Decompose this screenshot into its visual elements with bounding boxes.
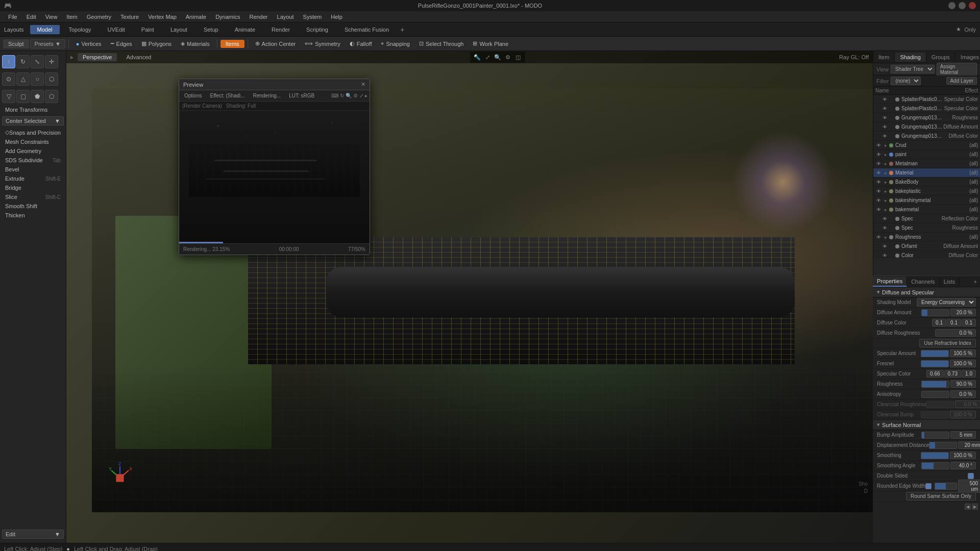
- shader-eye-16[interactable]: 👁: [881, 243, 888, 249]
- edit-dropdown[interactable]: Edit ▼: [2, 530, 64, 539]
- expand-left-btn[interactable]: ◀: [965, 504, 971, 510]
- mesh-constraints-button[interactable]: Mesh Constraints: [1, 137, 65, 146]
- tool-p7[interactable]: ⬟: [31, 90, 44, 103]
- layout-tab-animate[interactable]: Animate: [228, 25, 262, 34]
- menu-item[interactable]: Item: [62, 13, 81, 21]
- preview-icon-5[interactable]: ⤢: [359, 93, 363, 98]
- vp-icon-5[interactable]: ◫: [514, 53, 522, 61]
- rp-tab-groups[interactable]: Groups: [926, 53, 955, 62]
- prop-tab-lists[interactable]: Lists: [940, 277, 960, 286]
- viewport-content[interactable]: X Y Z Sho D Preview ✕ Opti: [66, 63, 873, 543]
- preview-options-btn[interactable]: Options: [181, 92, 205, 99]
- prop-specular-color-g[interactable]: 0.73: [944, 370, 961, 378]
- menu-view[interactable]: View: [41, 13, 62, 21]
- viewport[interactable]: ▸ Perspective Advanced 🔦 ⤢ 🔍 ⚙ ◫ Ray GL:…: [66, 51, 873, 543]
- layout-tab-scripting[interactable]: Scripting: [299, 25, 335, 34]
- menu-system[interactable]: System: [299, 13, 326, 21]
- vertices-button[interactable]: ● Vertices: [72, 40, 106, 48]
- menu-help[interactable]: Help: [327, 13, 347, 21]
- preview-icon-2[interactable]: ↻: [340, 93, 344, 98]
- rp-tab-item[interactable]: Item: [873, 53, 895, 62]
- prop-rounded-edge-value[interactable]: 500 um: [958, 480, 980, 493]
- falloff-button[interactable]: ◐ Falloff: [346, 39, 376, 48]
- prop-fresnel-slider[interactable]: [921, 360, 949, 367]
- shader-item-2[interactable]: 👁Grungemap0136_...Roughness: [873, 113, 980, 122]
- expand-right-btn[interactable]: ▶: [972, 504, 978, 510]
- shader-item-3[interactable]: 👁Grungemap0136_...Diffuse Amount: [873, 122, 980, 132]
- rp-tab-images[interactable]: Images: [955, 53, 980, 62]
- menu-vertex-map[interactable]: Vertex Map: [144, 13, 181, 21]
- shader-eye-17[interactable]: 👁: [881, 253, 888, 259]
- prop-bump-amp-slider[interactable]: [921, 432, 949, 439]
- shader-item-0[interactable]: 👁SplatterPlastic0001...Specular Color: [873, 95, 980, 104]
- prop-diffuse-roughness-value[interactable]: 0.0 %: [935, 329, 976, 337]
- prop-rounded-edge-enable[interactable]: [925, 483, 932, 489]
- maximize-button[interactable]: [959, 2, 966, 9]
- layout-tab-paint[interactable]: Paint: [134, 25, 161, 34]
- polygons-button[interactable]: ▦ Polygons: [137, 39, 176, 48]
- snapping-button[interactable]: ⌖ Snapping: [377, 39, 414, 48]
- shader-eye-1[interactable]: 👁: [881, 106, 888, 112]
- layout-tab-render[interactable]: Render: [264, 25, 297, 34]
- items-button[interactable]: Items: [220, 40, 244, 48]
- preview-icon-1[interactable]: ⌨: [331, 93, 338, 98]
- work-plane-button[interactable]: ⊞ Work Plane: [469, 39, 512, 48]
- menu-texture[interactable]: Texture: [116, 13, 143, 21]
- extrude-button[interactable]: Extrude Shift-E: [1, 174, 65, 183]
- layout-tab-topology[interactable]: Topology: [62, 25, 99, 34]
- presets-button[interactable]: Presets ▼: [30, 39, 65, 48]
- rp-tab-shading[interactable]: Shading: [895, 53, 926, 62]
- menu-animate[interactable]: Animate: [182, 13, 210, 21]
- shader-item-12[interactable]: 👁▸bakemetal(all): [873, 205, 980, 214]
- tool-p8[interactable]: ⬡: [45, 90, 58, 103]
- shader-item-16[interactable]: 👁OrfamtDiffuse Amount: [873, 242, 980, 251]
- prop-specular-color-r[interactable]: 0.66: [926, 370, 943, 378]
- prop-specular-color-b[interactable]: 1.0: [962, 370, 976, 378]
- shader-eye-12[interactable]: 👁: [875, 207, 881, 213]
- layout-tab-schematic[interactable]: Schematic Fusion: [337, 25, 396, 34]
- prop-roughness-value[interactable]: 90.0 %: [950, 380, 976, 388]
- tool-p4[interactable]: ⬡: [45, 72, 58, 86]
- menu-render[interactable]: Render: [245, 13, 272, 21]
- prop-bump-amp-value[interactable]: 5 mm: [950, 431, 976, 439]
- shader-eye-2[interactable]: 👁: [881, 115, 888, 121]
- assign-material-button[interactable]: Assign Material: [937, 63, 977, 76]
- layout-tab-layout[interactable]: Layout: [163, 25, 194, 34]
- menu-file[interactable]: File: [4, 13, 21, 21]
- menu-layout[interactable]: Layout: [273, 13, 298, 21]
- prop-roughness-slider[interactable]: [921, 381, 949, 388]
- tool-scale[interactable]: ⤡: [31, 55, 44, 68]
- preview-lut-btn[interactable]: LUT: sRGB: [286, 92, 317, 99]
- thicken-button[interactable]: Thicken: [1, 211, 65, 220]
- shader-item-9[interactable]: 👁▸BakeBody(all): [873, 178, 980, 187]
- action-center-button[interactable]: ⊕ Action Center: [251, 39, 300, 48]
- bridge-button[interactable]: Bridge: [1, 183, 65, 192]
- round-same-surface-button[interactable]: Round Same Surface Only: [906, 492, 976, 500]
- prop-rounded-edge-slider[interactable]: [935, 483, 957, 490]
- shader-item-10[interactable]: 👁▸bakeplastic(all): [873, 187, 980, 196]
- menu-dynamics[interactable]: Dynamics: [211, 13, 244, 21]
- shader-item-1[interactable]: 👁SplatterPlastic0014...Specular Color: [873, 104, 980, 113]
- minimize-button[interactable]: [948, 2, 955, 9]
- prop-tab-channels[interactable]: Channels: [907, 277, 939, 286]
- smooth-shift-button[interactable]: Smooth Shift: [1, 202, 65, 211]
- viewport-tab-advanced[interactable]: Advanced: [121, 53, 156, 61]
- shader-item-13[interactable]: 👁SpecReflection Color: [873, 214, 980, 223]
- shader-eye-4[interactable]: 👁: [881, 133, 888, 139]
- snaps-precision-button[interactable]: ◇ Snaps and Precision: [1, 128, 65, 137]
- shader-eye-11[interactable]: 👁: [875, 197, 881, 204]
- menu-edit[interactable]: Edit: [22, 13, 40, 21]
- prop-smoothing-angle-value[interactable]: 40.0 °: [950, 462, 976, 469]
- shader-eye-7[interactable]: 👁: [875, 161, 881, 167]
- materials-button[interactable]: ◈ Materials: [177, 39, 214, 48]
- shader-eye-3[interactable]: 👁: [881, 124, 888, 130]
- shader-item-17[interactable]: 👁ColorDiffuse Color: [873, 251, 980, 258]
- tool-p5[interactable]: ▽: [2, 90, 15, 103]
- viewport-tab-perspective[interactable]: Perspective: [78, 53, 117, 61]
- shader-eye-5[interactable]: 👁: [875, 142, 881, 148]
- more-transforms-button[interactable]: More Transforms: [1, 105, 65, 114]
- shader-eye-10[interactable]: 👁: [875, 188, 881, 194]
- bevel-button[interactable]: Bevel: [1, 165, 65, 174]
- prop-specular-amount-slider[interactable]: [921, 350, 949, 357]
- menu-geometry[interactable]: Geometry: [83, 13, 115, 21]
